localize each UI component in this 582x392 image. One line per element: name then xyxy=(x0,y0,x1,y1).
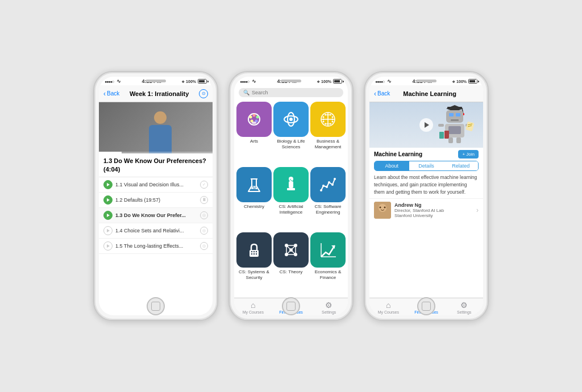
svg-point-31 xyxy=(289,177,293,181)
list-item[interactable]: 1.3 Do We Know Our Prefer... ◎ xyxy=(99,208,213,223)
nav-action-1[interactable]: ⊙ xyxy=(199,89,208,98)
home-button-1[interactable] xyxy=(147,297,165,315)
svg-rect-33 xyxy=(287,188,295,190)
svg-point-45 xyxy=(251,253,252,255)
instructor-info: Andrew Ng Director, Stanford AI Lab Stan… xyxy=(394,202,473,218)
category-economics[interactable]: Economics & Finance xyxy=(310,232,346,296)
list-item[interactable]: 1.4 Choice Sets and Relativi... ◎ xyxy=(99,223,213,239)
chemistry-label: Chemistry xyxy=(244,204,264,210)
home-icon-3: ⌂ xyxy=(386,301,390,310)
tab-related[interactable]: Related xyxy=(443,161,478,170)
economics-label: Economics & Finance xyxy=(310,269,346,280)
category-cs-sys[interactable]: CS: Systems & Security xyxy=(236,232,272,296)
back-button-1[interactable]: ‹ Back xyxy=(103,90,119,98)
video-player[interactable] xyxy=(99,102,213,153)
svg-point-1 xyxy=(250,116,252,119)
nav-bar-1: ‹ Back Week 1: Irrationality ⊙ xyxy=(99,85,213,102)
svg-point-30 xyxy=(256,188,257,189)
svg-point-9 xyxy=(289,118,293,121)
nav-bar-3: ‹ Back Machine Learning xyxy=(369,85,483,102)
instructor-org: Stanford University xyxy=(394,213,473,218)
categories-grid: Arts Biology & Life Sciences xyxy=(234,100,348,298)
category-cs-ai[interactable]: CS: Artificial Intelligence xyxy=(273,167,309,231)
phone-1: ●●●●○ ∿ 4:21 PM ⎆ 100% ‹ Back Week 1: Ir… xyxy=(93,71,218,321)
phone-2: ●●●●○ ∿ 4:21 PM ⎆ 100% 🔍 xyxy=(228,71,354,321)
cs-theory-icon xyxy=(273,232,309,268)
svg-point-18 xyxy=(325,114,327,116)
svg-point-23 xyxy=(332,121,334,123)
cs-ai-label: CS: Artificial Intelligence xyxy=(273,204,309,215)
instructor-row[interactable]: Andrew Ng Director, Stanford AI Lab Stan… xyxy=(369,199,483,222)
tab-about[interactable]: About xyxy=(375,161,409,170)
home-button-2[interactable] xyxy=(282,297,300,315)
category-arts[interactable]: Arts xyxy=(236,102,272,165)
svg-rect-74 xyxy=(438,124,444,127)
svg-rect-70 xyxy=(456,113,460,116)
join-button[interactable]: + Join xyxy=(458,150,479,159)
phone-3: ●●●●○ ∿ 4:21 PM ⎆ 100% ‹ Back Machine Le… xyxy=(364,71,489,321)
instructor-title: Director, Stanford AI Lab xyxy=(394,208,473,213)
svg-rect-32 xyxy=(289,181,293,188)
cs-sys-label: CS: Systems & Security xyxy=(236,269,272,280)
category-business[interactable]: Business & Management xyxy=(310,102,346,165)
tab-settings-3[interactable]: ⚙ Settings xyxy=(445,301,483,314)
category-cs-theory[interactable]: CS: Theory xyxy=(273,232,309,296)
svg-rect-73 xyxy=(448,126,461,134)
business-icon xyxy=(310,102,346,137)
svg-point-37 xyxy=(326,186,328,188)
tab-my-courses-2[interactable]: ⌂ My Courses xyxy=(234,301,272,314)
svg-line-56 xyxy=(291,250,296,255)
svg-point-21 xyxy=(332,116,334,118)
tab-my-courses-3[interactable]: ⌂ My Courses xyxy=(369,301,408,314)
play-button[interactable] xyxy=(419,118,433,132)
svg-point-86 xyxy=(380,207,381,208)
svg-point-42 xyxy=(251,251,252,252)
tab-settings-2[interactable]: ⚙ Settings xyxy=(310,301,348,314)
svg-point-47 xyxy=(256,253,257,255)
category-chemistry[interactable]: Chemistry xyxy=(236,167,272,231)
svg-point-15 xyxy=(323,116,325,118)
chevron-right-icon: › xyxy=(476,206,479,214)
cs-ai-icon xyxy=(273,167,309,202)
tab-details[interactable]: Details xyxy=(409,161,444,170)
category-cs-se[interactable]: CS: Software Engineering xyxy=(310,167,346,231)
instructor-name: Andrew Ng xyxy=(394,202,473,208)
biology-icon xyxy=(273,102,309,137)
svg-point-35 xyxy=(320,189,322,191)
arts-icon xyxy=(236,102,272,137)
nav-title-3: Machine Learning xyxy=(390,90,469,97)
home-button-3[interactable] xyxy=(417,297,435,315)
back-button-3[interactable]: ‹ Back xyxy=(374,90,390,98)
svg-point-38 xyxy=(328,181,330,184)
list-item[interactable]: 1.2 Defaults (19:57) ⏸ xyxy=(99,193,213,208)
current-lesson-title: 1.3 Do We Know Our Preferences? (4:04) xyxy=(99,153,213,177)
business-label: Business & Management xyxy=(310,139,346,149)
svg-point-19 xyxy=(327,114,329,116)
list-item[interactable]: 1.5 The Long-lasting Effects... ◎ xyxy=(99,239,213,254)
cs-se-label: CS: Software Engineering xyxy=(310,204,346,215)
cs-theory-label: CS: Theory xyxy=(280,269,302,275)
svg-rect-80 xyxy=(444,131,449,139)
cs-sys-icon xyxy=(236,232,272,268)
list-item[interactable]: 1.1 Visual and Decision Illus... ✓ xyxy=(99,177,213,193)
svg-line-55 xyxy=(286,250,291,255)
svg-point-2 xyxy=(253,114,256,117)
svg-rect-81 xyxy=(448,137,453,143)
course-description: Learn about the most effective machine l… xyxy=(369,171,483,199)
svg-point-22 xyxy=(332,119,334,120)
search-bar[interactable]: 🔍 xyxy=(239,88,343,97)
home-icon: ⌂ xyxy=(251,301,255,310)
category-biology[interactable]: Biology & Life Sciences xyxy=(273,102,309,165)
svg-point-17 xyxy=(323,121,325,123)
search-input[interactable] xyxy=(252,90,339,95)
svg-line-53 xyxy=(286,245,291,250)
status-bar-1: ●●●●○ ∿ 4:21 PM ⎆ 100% xyxy=(99,77,213,85)
svg-point-29 xyxy=(254,186,255,187)
svg-point-24 xyxy=(325,123,327,125)
svg-rect-82 xyxy=(456,137,461,143)
settings-icon-3: ⚙ xyxy=(460,301,468,310)
chemistry-icon xyxy=(236,167,272,202)
course-tabs: About Details Related xyxy=(374,161,479,171)
svg-point-87 xyxy=(384,207,386,208)
instructor-avatar xyxy=(374,202,391,219)
